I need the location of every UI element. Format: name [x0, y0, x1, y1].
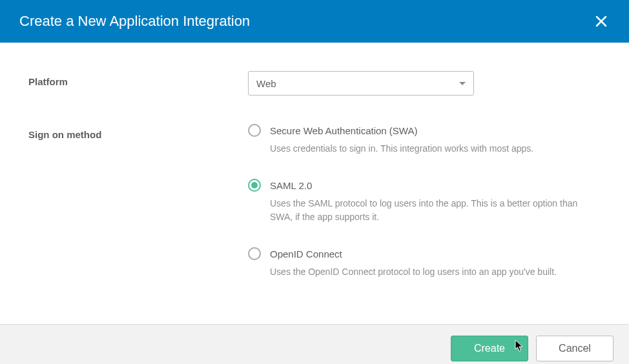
modal-body: Platform Web Sign on method Secure Web A…	[0, 43, 629, 325]
radio-oidc-description: Uses the OpenID Connect protocol to log …	[270, 265, 593, 279]
chevron-down-icon	[459, 82, 466, 85]
platform-label: Platform	[28, 71, 248, 87]
platform-row: Platform Web	[28, 71, 601, 96]
radio-saml-label: SAML 2.0	[270, 180, 312, 191]
radio-swa-label: Secure Web Authentication (SWA)	[270, 125, 417, 136]
platform-select[interactable]: Web	[248, 71, 474, 96]
radio-oidc-label: OpenID Connect	[270, 248, 342, 259]
radio-icon-selected	[248, 179, 261, 192]
signon-label: Sign on method	[28, 124, 248, 140]
signon-option-oidc: OpenID Connect Uses the OpenID Connect p…	[248, 247, 601, 279]
signon-option-swa: Secure Web Authentication (SWA) Uses cre…	[248, 124, 601, 156]
platform-select-value: Web	[256, 78, 276, 89]
radio-oidc[interactable]: OpenID Connect	[248, 247, 601, 260]
signon-row: Sign on method Secure Web Authentication…	[28, 124, 601, 279]
close-button[interactable]	[590, 10, 612, 32]
radio-swa[interactable]: Secure Web Authentication (SWA)	[248, 124, 601, 137]
radio-saml[interactable]: SAML 2.0	[248, 179, 601, 192]
platform-input-col: Web	[248, 71, 601, 96]
create-button[interactable]: Create	[451, 336, 528, 361]
cancel-button[interactable]: Cancel	[536, 336, 614, 361]
create-app-integration-modal: Create a New Application Integration Pla…	[0, 0, 629, 364]
modal-title: Create a New Application Integration	[19, 13, 250, 30]
signon-option-saml: SAML 2.0 Uses the SAML protocol to log u…	[248, 179, 601, 224]
radio-icon	[248, 124, 261, 137]
radio-icon	[248, 247, 261, 260]
radio-saml-description: Uses the SAML protocol to log users into…	[270, 197, 593, 224]
radio-swa-description: Uses credentials to sign in. This integr…	[270, 142, 593, 156]
signon-options: Secure Web Authentication (SWA) Uses cre…	[248, 124, 601, 279]
modal-footer: Create Cancel	[0, 325, 629, 364]
close-icon	[595, 15, 607, 27]
modal-header: Create a New Application Integration	[0, 0, 629, 43]
